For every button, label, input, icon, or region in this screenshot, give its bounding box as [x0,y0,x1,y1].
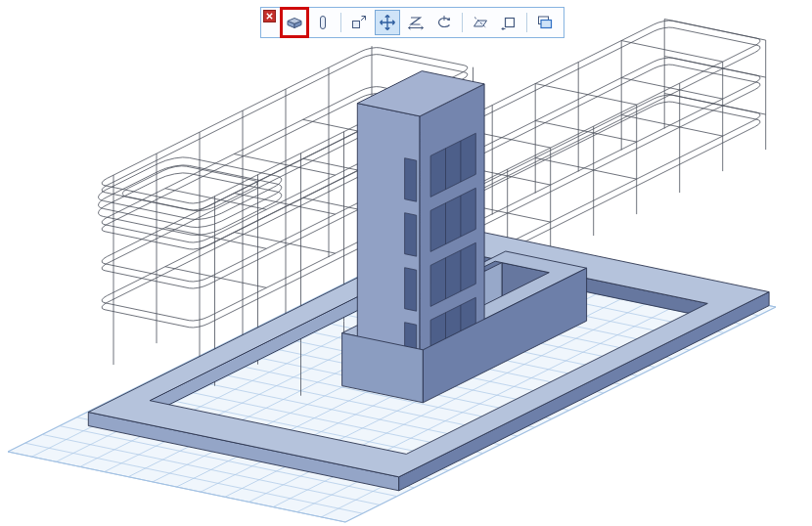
application-window: { "window": { "background": "#ffffff", "… [0,0,812,526]
pet-palette [260,7,564,38]
close-button[interactable] [263,10,276,22]
offset-icon [500,14,518,31]
toolbar-separator [462,13,463,32]
move-icon [379,14,396,31]
stretch-icon [407,14,425,31]
toolbar-separator [340,13,341,32]
rotate-icon [435,14,453,31]
elevate-icon [314,14,332,31]
mirror-icon [472,14,489,31]
multiply-icon [536,14,554,31]
drag-icon [286,14,303,31]
tool-rotate[interactable] [431,10,457,35]
tool-drag-a-copy[interactable] [346,10,372,35]
tool-elevate[interactable] [310,10,336,35]
tool-offset[interactable] [496,10,521,35]
tool-move[interactable] [375,10,400,35]
tool-multiply[interactable] [532,10,558,35]
close-icon [265,12,274,21]
tool-mirror[interactable] [468,10,493,35]
drag-copy-icon [350,14,368,31]
tool-drag[interactable] [282,10,307,35]
toolbar-separator [526,13,527,32]
3d-model-view[interactable] [0,0,812,526]
tool-stretch[interactable] [403,10,429,35]
